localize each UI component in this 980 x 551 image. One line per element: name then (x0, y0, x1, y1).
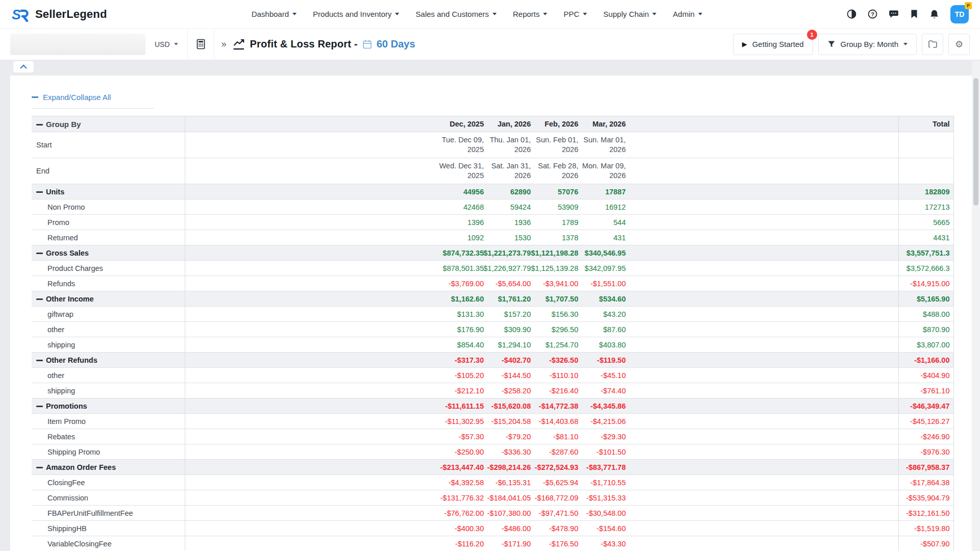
header-total: Total (898, 116, 953, 132)
collapse-row-icon[interactable] (36, 467, 43, 468)
cell-spacer (627, 215, 898, 230)
collapse-panel-tab[interactable] (13, 61, 34, 72)
nav-item-label: Sales and Customers (415, 10, 488, 18)
user-avatar[interactable]: TD P (950, 5, 969, 23)
scrollbar-thumb[interactable] (973, 78, 978, 206)
cell-spacer (627, 307, 898, 322)
cell-spacer (627, 490, 898, 506)
header-month: Jan, 2026 (485, 116, 532, 132)
nav-item-ppc[interactable]: PPC (564, 10, 587, 18)
cell-value: -$14,403.68 (532, 414, 579, 429)
header-month: Feb, 2026 (532, 116, 579, 132)
cell-spacer (627, 199, 898, 215)
cell-value: 57076 (532, 184, 579, 199)
table-header-row: Group ByDec, 2025Jan, 2026Feb, 2026Mar, … (32, 116, 953, 132)
help-icon[interactable]: ? (868, 9, 877, 19)
contrast-theme-icon[interactable] (847, 9, 856, 19)
row-label: other (32, 368, 185, 383)
cell-total: -$246.90 (898, 429, 953, 444)
cell-value: -$79.20 (485, 429, 532, 444)
table-row-other-income: Other Income$1,162.60$1,761.20$1,707.50$… (32, 291, 953, 307)
bookmark-icon[interactable] (910, 9, 918, 19)
cell-total: -$46,349.47 (898, 398, 953, 414)
cell-spacer (627, 245, 898, 261)
row-label: VariableClosingFee (32, 536, 185, 551)
row-label: Units (32, 184, 185, 199)
brand-name: SellerLegend (35, 8, 107, 21)
collapse-row-icon[interactable] (36, 191, 43, 193)
cell-value: -$3,769.00 (185, 276, 485, 291)
cell-value: -$184,041.05 (485, 490, 532, 506)
nav-item-supply-chain[interactable]: Supply Chain (603, 10, 656, 18)
chat-feedback-icon[interactable] (889, 9, 899, 19)
cell-value: -$4,345.86 (579, 398, 627, 414)
cell-value: $1,226,927.79 (485, 261, 532, 276)
report-period-link[interactable]: 60 Days (377, 38, 415, 50)
cell-spacer (627, 132, 898, 158)
chevron-down-icon (652, 13, 656, 15)
collapse-row-icon[interactable] (36, 253, 43, 254)
table-row-rebates: Rebates-$57.30-$79.20-$81.10-$29.30-$246… (32, 429, 953, 444)
cell-value: -$400.30 (185, 521, 485, 536)
cell-value: -$107,380.00 (485, 506, 532, 521)
account-selector-placeholder[interactable] (10, 34, 145, 55)
collapse-all-icon[interactable] (36, 124, 43, 126)
cell-value: 1936 (485, 215, 532, 230)
cell-value: 1396 (185, 215, 485, 230)
line-chart-icon (233, 39, 246, 50)
group-by-dropdown[interactable]: Group By: Month (818, 34, 917, 55)
cell-total: 5665 (898, 215, 953, 230)
cell-total: -$14,915.00 (898, 276, 953, 291)
row-label: shipping (32, 337, 185, 353)
nav-item-dashboard[interactable]: Dashboard (252, 10, 297, 18)
nav-item-admin[interactable]: Admin (673, 10, 702, 18)
row-label: Start (32, 132, 185, 158)
settings-button[interactable]: ⚙ (948, 34, 970, 55)
notifications-bell-icon[interactable] (929, 9, 939, 19)
cell-value: $1,162.60 (185, 291, 485, 307)
cell-total (898, 132, 953, 158)
table-row-gross-sales: Gross Sales$874,732.35$1,221,273.79$1,12… (32, 245, 953, 261)
report-content-card: Expand/Collapse All Group ByDec, 2025Jan… (10, 76, 972, 551)
nav-item-sales-and-customers[interactable]: Sales and Customers (415, 10, 496, 18)
expand-collapse-all-link[interactable]: Expand/Collapse All (32, 93, 111, 102)
table-row-other: other$176.90$309.90$296.50$87.60$870.90 (32, 322, 953, 337)
row-label: shipping (32, 383, 185, 398)
nav-item-products-and-inventory[interactable]: Products and Inventory (313, 10, 399, 18)
cell-total: -$761.10 (898, 383, 953, 398)
cell-value: -$101.50 (579, 444, 627, 460)
cell-value: -$4,392.58 (185, 475, 485, 490)
cell-spacer (627, 184, 898, 199)
cell-value: $878,501.35 (185, 261, 485, 276)
cell-spacer (627, 444, 898, 460)
cell-value: $1,761.20 (485, 291, 532, 307)
cell-value: 44956 (185, 184, 485, 199)
row-label: Shipping Promo (32, 444, 185, 460)
cell-total: -$535,904.79 (898, 490, 953, 506)
collapse-row-icon[interactable] (36, 298, 43, 300)
cell-spacer (627, 158, 898, 184)
row-label: Other Refunds (32, 353, 185, 368)
getting-started-button[interactable]: ▶ Getting Started 1 (733, 34, 813, 55)
cell-spacer (627, 276, 898, 291)
cell-value: -$326.50 (532, 353, 579, 368)
table-row-item-promo: Item Promo-$11,302.95-$15,204.58-$14,403… (32, 414, 953, 429)
cell-spacer (627, 414, 898, 429)
cell-value: $176.90 (185, 322, 485, 337)
chevron-down-icon (292, 13, 297, 15)
cell-value: Sun. Mar 01, 2026 (579, 132, 627, 158)
cell-value: 16912 (579, 199, 627, 215)
cell-spacer (627, 398, 898, 414)
cell-value: $1,707.50 (532, 291, 579, 307)
collapse-row-icon[interactable] (36, 360, 43, 361)
nav-item-reports[interactable]: Reports (513, 10, 548, 18)
cell-spacer (627, 353, 898, 368)
calculator-button[interactable] (188, 29, 214, 60)
brand-logo[interactable]: S SellerLegend (11, 7, 107, 22)
cell-value: 1530 (485, 230, 532, 245)
cell-total: $5,165.90 (898, 291, 953, 307)
cell-value: -$402.70 (485, 353, 532, 368)
collapse-row-icon[interactable] (36, 406, 43, 407)
saved-views-button[interactable] (922, 34, 943, 55)
currency-dropdown[interactable]: USD (145, 29, 187, 60)
